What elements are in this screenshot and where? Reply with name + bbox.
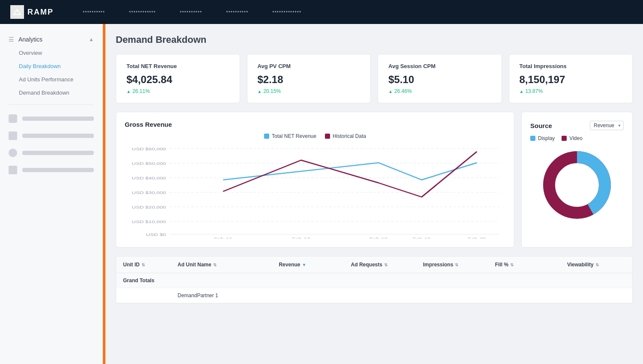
sidebar-logs-label [22,168,94,172]
stat-value-3: 8,150,197 [520,74,622,86]
grand-totals-row: Grand Totals [116,273,632,288]
svg-text:Feb-18: Feb-18 [370,237,388,239]
sort-icon-viewability: ⇅ [595,263,599,267]
donut-legend: Display Video [530,135,624,141]
th-unit-id[interactable]: Unit ID ⇅ [116,257,171,273]
stat-change-3: 13.87% [520,88,622,94]
donut-container [530,146,624,224]
legend-dot-blue [264,134,269,139]
stat-label-0: Total NET Revenue [126,63,229,69]
total-net-revenue-line [223,163,477,180]
sidebar-item-ad-units-performance[interactable]: Ad Units Performance [0,73,102,86]
revenue-select-wrapper[interactable]: Revenue [590,121,624,130]
sidebar-item-logs[interactable] [0,161,102,179]
sidebar-reporting-label [22,134,94,138]
sidebar-item-settings[interactable] [0,144,102,161]
stat-label-1: Avg PV CPM [258,63,361,69]
th-ad-requests[interactable]: Ad Requests ⇅ [344,257,416,273]
sidebar-divider-1 [9,104,94,105]
stat-change-2: 26.46% [388,88,491,94]
revenue-select[interactable]: Revenue [590,121,624,130]
donut-svg [538,146,616,224]
td-impressions-0 [416,288,488,303]
stat-change-0: 26.11% [126,88,229,94]
td-viewability-0 [560,288,632,303]
gross-revenue-chart: Gross Revenue Total NET Revenue Historic… [116,112,514,248]
sidebar-item-overview[interactable]: Overview [0,46,102,60]
svg-text:USD $10,000: USD $10,000 [132,220,166,224]
gross-revenue-title: Gross Revenue [125,121,505,128]
th-impressions-label: Impressions [423,262,454,268]
svg-text:Feb-20: Feb-20 [468,237,486,239]
td-revenue-0 [272,288,344,303]
grand-totals-label: Grand Totals [116,273,632,288]
sidebar-item-reporting[interactable] [0,127,102,144]
sidebar-item-video[interactable] [0,110,102,127]
svg-text:Feb-16: Feb-16 [214,237,232,239]
stat-label-3: Total Impressions [520,63,622,69]
main-layout: ☰ Analytics ▲ Overview Daily Breakdown A… [0,24,643,364]
line-chart-svg: USD $60,000 USD $50,000 USD $40,000 USD … [125,144,505,239]
legend-total-net-revenue: Total NET Revenue [264,133,316,139]
stat-change-1: 20.15% [258,88,361,94]
stat-card-total-net-revenue: Total NET Revenue $4,025.84 26.11% [116,54,240,103]
sort-icon-unit-id: ⇅ [141,263,145,267]
stat-card-avg-session-cpm: Avg Session CPM $5.10 26.46% [378,54,502,103]
svg-text:USD $30,000: USD $30,000 [132,191,166,195]
sidebar-item-daily-breakdown[interactable]: Daily Breakdown [0,60,102,73]
svg-text:USD $60,000: USD $60,000 [132,147,166,151]
td-fill-percent-0 [488,288,560,303]
line-chart-area: USD $60,000 USD $50,000 USD $40,000 USD … [125,144,505,239]
data-table: Unit ID ⇅ Ad Unit Name ⇅ Revenue ▼ Ad Re… [116,256,633,304]
legend-label-total-net-revenue: Total NET Revenue [272,133,316,139]
analytics-section: ☰ Analytics ▲ Overview Daily Breakdown A… [0,33,102,99]
video-icon [9,114,17,123]
donut-label-video: Video [569,135,582,141]
th-impressions[interactable]: Impressions ⇅ [416,257,488,273]
chart-legend: Total NET Revenue Historical Data [125,133,505,139]
nav-item-3[interactable]: •••••••••• [176,7,205,17]
stat-value-0: $4,025.84 [126,74,229,86]
top-navigation: RAMP •••••••••• •••••••••••• •••••••••• … [0,0,643,24]
menu-icon: ☰ [9,36,14,43]
charts-row: Gross Revenue Total NET Revenue Historic… [116,112,633,248]
analytics-header[interactable]: ☰ Analytics ▲ [0,33,102,46]
logo-text: RAMP [27,8,54,17]
donut-legend-display: Display [530,135,555,141]
sort-icon-ad-requests: ⇅ [384,263,388,267]
legend-dot-dark-red [325,134,330,139]
source-chart: Source Revenue Display Video [521,112,633,248]
stat-value-2: $5.10 [388,74,491,86]
sidebar-settings-label [22,151,94,155]
sidebar-video-label [22,116,94,121]
reporting-icon [9,131,17,140]
nav-item-1[interactable]: •••••••••• [79,7,108,17]
sort-icon-revenue: ▼ [302,263,306,267]
nav-item-2[interactable]: •••••••••••• [126,7,159,17]
svg-text:USD $20,000: USD $20,000 [132,205,166,209]
source-title: Source [530,122,552,129]
legend-historical-data: Historical Data [325,133,366,139]
nav-item-4[interactable]: •••••••••• [222,7,252,17]
th-ad-requests-label: Ad Requests [351,262,382,268]
svg-marker-0 [14,9,21,15]
donut-header: Source Revenue [530,121,624,130]
td-unit-id-0 [116,288,171,303]
nav-item-5[interactable]: ••••••••••••• [269,7,305,17]
svg-text:USD $50,000: USD $50,000 [132,161,166,166]
stat-label-2: Avg Session CPM [388,63,491,69]
th-revenue[interactable]: Revenue ▼ [272,257,344,273]
th-ad-unit-name[interactable]: Ad Unit Name ⇅ [171,257,272,273]
analytics-label: Analytics [18,36,42,43]
th-fill-percent-label: Fill % [495,262,508,268]
th-fill-percent[interactable]: Fill % ⇅ [488,257,560,273]
donut-dot-video [562,136,567,141]
stat-card-avg-pv-cpm: Avg PV CPM $2.18 20.15% [247,54,371,103]
td-ad-unit-name-0: DemandPartner 1 [171,288,272,303]
sidebar-item-demand-breakdown[interactable]: Demand Breakdown [0,86,102,99]
td-ad-requests-0 [344,288,416,303]
page-title: Demand Breakdown [116,34,633,45]
th-viewability[interactable]: Viewability ⇅ [560,257,632,273]
table-row-0: DemandPartner 1 [116,288,632,303]
sort-icon-fill-percent: ⇅ [510,263,514,267]
